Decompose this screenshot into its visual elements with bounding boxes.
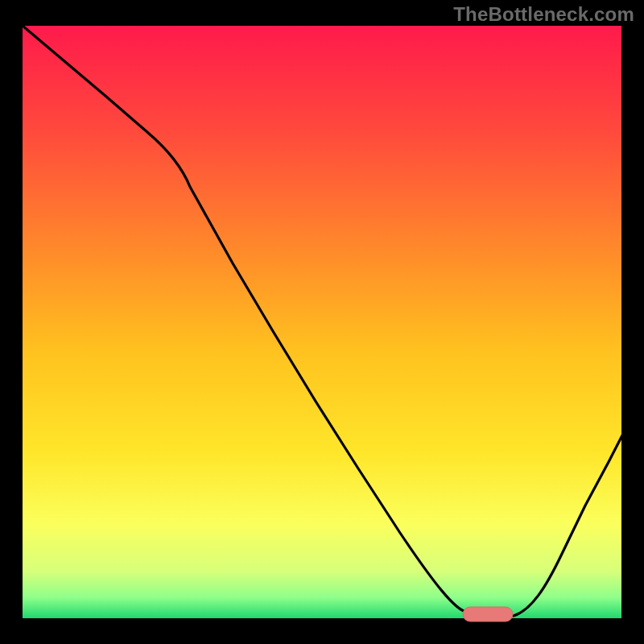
plot-area-group bbox=[23, 26, 644, 621]
watermark-text: TheBottleneck.com bbox=[453, 3, 634, 26]
plot-background bbox=[23, 26, 621, 618]
optimum-marker bbox=[463, 607, 513, 621]
chart-stage: TheBottleneck.com bbox=[0, 0, 644, 644]
chart-svg bbox=[0, 0, 644, 644]
